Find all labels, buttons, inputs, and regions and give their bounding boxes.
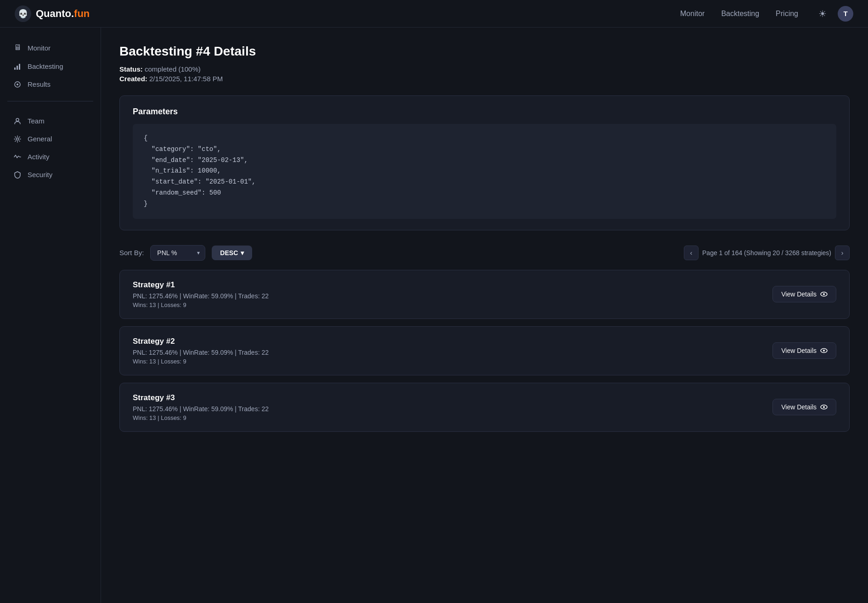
sidebar-item-label-results: Results [28,80,51,88]
shield-icon [13,171,22,179]
controls-row: Sort By: PNL % Trades WinRate ▾ DESC ▾ ‹… [119,245,850,261]
meta-row: Status: completed (100%) Created: 2/15/2… [119,65,850,83]
view-details-label-2: View Details [781,347,817,354]
main-content: Backtesting #4 Details Status: completed… [101,28,868,603]
sidebar-item-activity[interactable]: Activity [6,148,95,165]
gear-icon [13,135,22,143]
strategy-card-1: Strategy #1 PNL: 1275.46% | WinRate: 59.… [119,270,850,319]
parameters-code: { "category": "cto", "end_date": "2025-0… [133,124,836,219]
sidebar-item-label-team: Team [28,117,45,125]
status-value: completed (100%) [145,65,201,73]
team-icon [13,117,22,125]
svg-point-10 [823,350,825,352]
eye-icon [820,403,828,411]
created-line: Created: 2/15/2025, 11:47:58 PM [119,75,850,83]
pagination-area: ‹ Page 1 of 164 (Showing 20 / 3268 strat… [684,246,850,260]
strategy-1-info: Strategy #1 PNL: 1275.46% | WinRate: 59.… [133,280,269,308]
sidebar-item-label-activity: Activity [28,153,50,161]
eye-icon [820,347,828,354]
topnav: 💀 Quanto.fun Monitor Backtesting Pricing… [0,0,868,28]
topnav-actions: ☀ T [815,6,853,22]
sidebar-item-label-monitor: Monitor [28,44,51,52]
svg-rect-1 [17,66,18,70]
parameters-card: Parameters { "category": "cto", "end_dat… [119,95,850,230]
chevron-down-icon: ▾ [241,249,244,257]
strategy-3-info: Strategy #3 PNL: 1275.46% | WinRate: 59.… [133,393,269,421]
results-icon [13,81,22,88]
sidebar-item-label-general: General [28,135,52,143]
activity-icon [13,153,22,161]
sidebar-item-backtesting[interactable]: Backtesting [6,58,95,75]
sidebar-item-general[interactable]: General [6,130,95,147]
strategy-1-title: Strategy #1 [133,280,269,290]
svg-point-4 [17,84,18,85]
sidebar-item-results[interactable]: Results [6,76,95,93]
sidebar-item-monitor[interactable]: 🖥 Monitor [6,39,95,57]
order-label: DESC [220,249,238,257]
monitor-icon: 🖥 [13,43,22,52]
sidebar: 🖥 Monitor Backtesting [0,28,101,603]
svg-rect-2 [19,64,20,70]
view-details-label-1: View Details [781,290,817,298]
strategy-3-title: Strategy #3 [133,393,269,402]
strategy-card-2: Strategy #2 PNL: 1275.46% | WinRate: 59.… [119,326,850,375]
strategy-2-info: Strategy #2 PNL: 1275.46% | WinRate: 59.… [133,337,269,365]
svg-point-6 [17,138,19,140]
strategy-2-title: Strategy #2 [133,337,269,346]
svg-point-8 [823,293,825,295]
view-details-button-3[interactable]: View Details [772,399,836,415]
sidebar-bottom-section: Team General Activity [0,112,101,184]
parameters-title: Parameters [133,107,836,117]
user-avatar-button[interactable]: T [838,6,853,22]
svg-rect-0 [14,67,16,70]
page-info: Page 1 of 164 (Showing 20 / 3268 strateg… [702,249,831,257]
next-page-button[interactable]: › [835,246,850,260]
strategy-2-wl: Wins: 13 | Losses: 9 [133,358,269,365]
topnav-monitor[interactable]: Monitor [680,10,705,18]
svg-point-12 [823,406,825,408]
page-title: Backtesting #4 Details [119,44,850,59]
status-label: Status: [119,65,143,73]
view-details-button-1[interactable]: View Details [772,286,836,302]
logo-icon: 💀 [15,6,31,22]
sidebar-divider [7,101,93,101]
logo[interactable]: 💀 Quanto.fun [15,6,90,22]
strategy-3-wl: Wins: 13 | Losses: 9 [133,414,269,421]
strategy-card-3: Strategy #3 PNL: 1275.46% | WinRate: 59.… [119,383,850,432]
layout: 🖥 Monitor Backtesting [0,28,868,603]
topnav-backtesting[interactable]: Backtesting [721,10,759,18]
sidebar-item-security[interactable]: Security [6,166,95,183]
sidebar-item-team[interactable]: Team [6,112,95,129]
eye-icon [820,290,828,298]
prev-page-button[interactable]: ‹ [684,246,699,260]
created-label: Created: [119,75,147,83]
sidebar-item-label-backtesting: Backtesting [28,62,63,70]
created-value: 2/15/2025, 11:47:58 PM [149,75,223,83]
topnav-links: Monitor Backtesting Pricing [680,10,798,18]
backtesting-icon [13,63,22,70]
sort-select[interactable]: PNL % Trades WinRate [150,245,205,261]
svg-point-5 [16,118,19,121]
theme-toggle-button[interactable]: ☀ [815,6,830,22]
status-line: Status: completed (100%) [119,65,850,73]
view-details-label-3: View Details [781,403,817,411]
sort-label: Sort By: [119,249,144,257]
strategy-1-stats: PNL: 1275.46% | WinRate: 59.09% | Trades… [133,292,269,300]
sidebar-item-label-security: Security [28,171,52,179]
strategy-3-stats: PNL: 1275.46% | WinRate: 59.09% | Trades… [133,405,269,413]
sort-select-wrap: PNL % Trades WinRate ▾ [150,245,205,261]
topnav-pricing[interactable]: Pricing [776,10,798,18]
view-details-button-2[interactable]: View Details [772,342,836,359]
strategy-1-wl: Wins: 13 | Losses: 9 [133,302,269,308]
logo-text: Quanto.fun [36,8,90,20]
order-toggle-button[interactable]: DESC ▾ [212,246,252,260]
sidebar-top-section: 🖥 Monitor Backtesting [0,39,101,94]
strategy-2-stats: PNL: 1275.46% | WinRate: 59.09% | Trades… [133,349,269,356]
